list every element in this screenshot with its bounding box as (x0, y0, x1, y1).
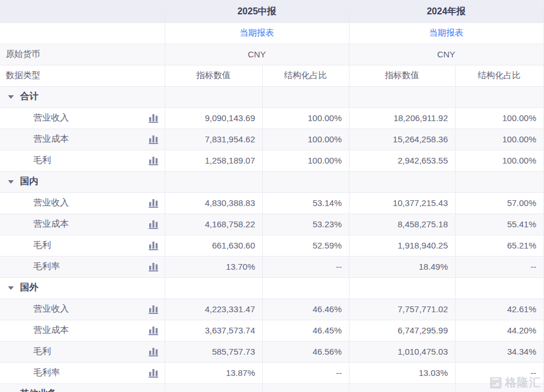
metric-label: 营业成本 (33, 218, 69, 230)
empty-cell (349, 277, 455, 298)
pct-2025: 46.56% (262, 341, 349, 362)
metric-label: 毛利 (33, 346, 51, 358)
current-report-link-2024[interactable]: 当期报表 (429, 28, 464, 37)
table-row: 毛利 661,630.60 52.59% 1,918,940.25 65.21% (0, 235, 543, 256)
pct-2024: 55.41% (455, 214, 543, 235)
table-row: 营业成本 7,831,954.62 100.00% 15,264,258.36 … (0, 129, 543, 150)
empty-cell (165, 171, 262, 192)
data-type-label: 数据类型 (0, 65, 165, 86)
value-2024: 6,747,295.99 (349, 320, 455, 341)
pct-2024: -- (455, 362, 543, 383)
pct-2025: 46.45% (262, 320, 349, 341)
pct-2025: 52.59% (262, 235, 349, 256)
section-toggle-cell[interactable]: 国外 (0, 277, 165, 298)
pct-2024: 100.00% (455, 129, 543, 150)
metric-label: 营业收入 (33, 112, 69, 124)
value-2024: 8,458,275.18 (349, 214, 455, 235)
pct-2024: 100.00% (455, 150, 543, 171)
empty-cell (349, 86, 455, 107)
caret-down-icon[interactable] (8, 95, 14, 99)
pct-2024: 44.20% (455, 320, 543, 341)
metric-label: 营业成本 (33, 133, 69, 145)
pct-2025: 100.00% (262, 107, 349, 129)
table-row: 营业成本 3,637,573.74 46.45% 6,747,295.99 44… (0, 320, 543, 341)
bar-chart-icon[interactable] (149, 199, 158, 208)
bar-chart-icon[interactable] (149, 241, 158, 250)
pct-2024: 65.21% (455, 235, 543, 256)
value-2024: 1,918,940.25 (349, 235, 455, 256)
metric-label-cell: 营业收入 (0, 192, 165, 214)
pct-2024: 34.34% (455, 341, 543, 362)
empty-cell (262, 86, 349, 107)
currency-value-2025: CNY (165, 44, 349, 65)
table-row: 营业收入 4,223,331.47 46.46% 7,757,771.02 42… (0, 298, 543, 320)
metric-label-cell: 营业成本 (0, 214, 165, 235)
section-toggle-cell[interactable]: 国内 (0, 171, 165, 192)
table-row: 毛利率 13.70% -- 18.49% -- (0, 256, 543, 277)
metric-label: 营业成本 (33, 324, 69, 336)
bar-chart-icon[interactable] (149, 368, 158, 378)
bar-chart-icon[interactable] (149, 156, 158, 165)
metric-label-cell: 营业成本 (0, 320, 165, 341)
column-header-row: 数据类型 指标数值 结构化占比 指标数值 结构化占比 (0, 65, 543, 86)
section-toggle-cell[interactable]: 其他业务 (0, 383, 165, 392)
section-toggle-cell[interactable]: 合计 (0, 86, 165, 107)
table-row: 营业成本 4,168,758.22 53.23% 8,458,275.18 55… (0, 214, 543, 235)
pct-2025: 100.00% (262, 129, 349, 150)
bar-chart-icon[interactable] (149, 135, 158, 144)
value-2025: 4,223,331.47 (165, 298, 262, 320)
bar-chart-icon[interactable] (149, 262, 158, 271)
value-2025: 1,258,189.07 (165, 150, 262, 171)
metric-label: 营业收入 (33, 197, 69, 209)
empty-cell (262, 277, 349, 298)
pct-2025: -- (262, 362, 349, 383)
value-2025: 4,830,388.83 (165, 192, 262, 214)
currency-value-2024: CNY (349, 44, 543, 65)
empty-cell (0, 1, 165, 22)
value-2024: 10,377,215.43 (349, 192, 455, 214)
bar-chart-icon[interactable] (149, 114, 158, 123)
empty-cell (262, 383, 349, 392)
metric-label-cell: 营业收入 (0, 107, 165, 129)
metric-label: 毛利率 (33, 261, 60, 273)
empty-cell (455, 277, 543, 298)
period-title-2025: 2025中报 (165, 1, 349, 22)
empty-cell (165, 86, 262, 107)
metric-label-cell: 毛利率 (0, 362, 165, 383)
section-row-other-business: 其他业务 (0, 383, 543, 392)
col-header-pct-2025: 结构化占比 (262, 65, 349, 86)
bar-chart-icon[interactable] (149, 326, 158, 335)
bar-chart-icon[interactable] (149, 347, 158, 356)
table-row: 营业收入 9,090,143.69 100.00% 18,206,911.92 … (0, 107, 543, 129)
metric-label-cell: 营业收入 (0, 298, 165, 320)
metric-label-cell: 毛利率 (0, 256, 165, 277)
section-title: 合计 (20, 91, 38, 103)
caret-down-icon[interactable] (8, 180, 14, 184)
caret-down-icon[interactable] (8, 286, 14, 290)
metric-label-cell: 毛利 (0, 235, 165, 256)
table-row: 毛利 585,757.73 46.56% 1,010,475.03 34.34% (0, 341, 543, 362)
report-link-row: 当期报表 当期报表 (0, 22, 543, 44)
pct-2024: 57.00% (455, 192, 543, 214)
empty-cell (262, 171, 349, 192)
value-2025: 13.87% (165, 362, 262, 383)
empty-cell (0, 22, 165, 44)
table-row: 毛利率 13.87% -- 13.03% -- (0, 362, 543, 383)
bar-chart-icon[interactable] (149, 220, 158, 229)
value-2024: 18,206,911.92 (349, 107, 455, 129)
section-row-domestic: 国内 (0, 171, 543, 192)
bar-chart-icon[interactable] (149, 305, 158, 314)
empty-cell (349, 171, 455, 192)
metric-label: 毛利 (33, 154, 51, 166)
section-title: 国外 (20, 282, 38, 294)
current-report-link-2025[interactable]: 当期报表 (240, 28, 274, 37)
value-2025: 9,090,143.69 (165, 107, 262, 129)
metric-label-cell: 毛利 (0, 150, 165, 171)
value-2025: 7,831,954.62 (165, 129, 262, 150)
pct-2024: 42.61% (455, 298, 543, 320)
pct-2024: 100.00% (455, 107, 543, 129)
value-2024: 15,264,258.36 (349, 129, 455, 150)
pct-2025: 46.46% (262, 298, 349, 320)
metric-label-cell: 毛利 (0, 341, 165, 362)
value-2025: 13.70% (165, 256, 262, 277)
